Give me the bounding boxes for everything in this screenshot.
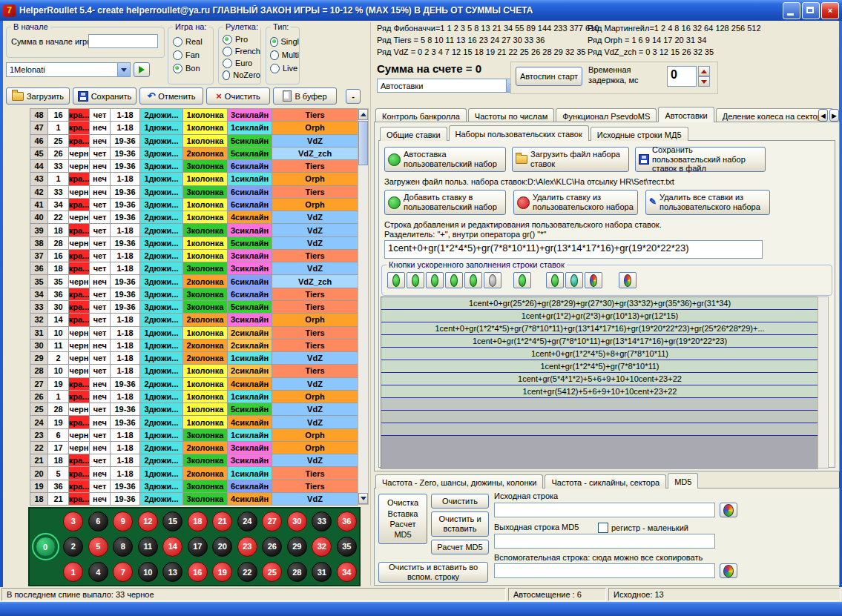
bet-list-item[interactable]: 1cent+gr(1*2)+gr(2*3)+gr(10*13)+gr(12*15… [381,310,818,322]
quick-bet-button[interactable] [407,272,424,288]
action-button[interactable]: Автоставка пользовательский набор [384,147,506,172]
board-number-22[interactable]: 22 [237,562,257,582]
board-number-15[interactable]: 15 [162,511,182,531]
quick-bet-button[interactable] [565,272,583,288]
md5-helper-input[interactable] [494,563,715,578]
board-number-5[interactable]: 5 [88,537,108,557]
history-row[interactable]: 3535черннеч19-363дюжи...2колонка6сиклайн… [30,275,358,288]
board-number-0[interactable]: 0 [36,537,56,557]
board-number-9[interactable]: 9 [113,511,133,531]
action-button[interactable]: ✎Удалить все ставки из пользовательского… [645,190,770,215]
history-row[interactable]: 4134кра...чет19-363дюжи...1колонка6сикла… [30,199,358,211]
register-checkbox[interactable] [598,523,608,533]
radio-singl[interactable]: Singl [270,35,299,48]
history-row[interactable]: 471кра...неч1-181дюжи...1колонка1сиклайн… [30,122,358,134]
history-row[interactable]: 3110чернчет1-181дюжи...1колонка2сиклайнT… [30,327,358,340]
close-button[interactable]: × [821,2,839,19]
quick-bet-button[interactable] [426,272,444,288]
bet-list-item[interactable]: 1cent+0+gr(25*26)+gr(28*29)+gr(27*30)+gr… [381,297,818,310]
history-row[interactable]: 4526чернчет19-363дюжи...2колонка5сиклайн… [30,148,358,160]
board-number-36[interactable]: 36 [337,511,357,531]
action-button[interactable]: Сохранить пользовательский набор ставок … [635,147,766,172]
profile-combo[interactable]: 1Melonati [6,62,131,77]
bet-list-item[interactable]: 1cent+gr(1*2*4*5)+gr(7*8*10*11) [381,360,818,373]
board-number-33[interactable]: 33 [312,511,332,531]
main-tab[interactable]: Автоставки [658,107,714,122]
history-scrollbar[interactable] [358,108,369,505]
board-number-28[interactable]: 28 [287,562,307,582]
tab-scroll-left-icon[interactable]: ◄ [818,109,828,122]
board-number-19[interactable]: 19 [212,562,232,582]
scroll-up-icon[interactable] [358,109,368,120]
history-row[interactable]: 205кра...неч1-181дюжи...2колонка1сиклайн… [30,467,358,480]
main-tab[interactable]: Контроль банкролла [375,108,467,122]
taskbar[interactable] [0,602,842,616]
scrollbar-thumb[interactable] [358,121,368,165]
radio-bon[interactable]: Bon [173,62,213,75]
board-number-26[interactable]: 26 [262,537,282,557]
bet-list-item[interactable]: 1cent+gr(5412)+5+6+9+10+10cent+23+22 [381,385,818,398]
quick-bet-button[interactable] [445,272,463,288]
start-sum-input[interactable] [88,34,158,48]
md5-clear-and-paste-button[interactable]: Очистить и вставить [431,511,489,537]
radio-french[interactable]: French [223,45,260,57]
history-row[interactable]: 3214кра...чет1-182дюжи...2колонка3сиклай… [30,314,358,326]
action-button[interactable]: Загрузить файл набора ставок [512,147,629,172]
history-row[interactable]: 4233черннеч19-363дюжи...3колонка6сиклайн… [30,186,358,199]
radio-pro[interactable]: Pro [223,33,260,45]
minimize-button[interactable] [783,2,800,19]
board-number-29[interactable]: 29 [287,537,307,557]
md5-helper-chip-button[interactable] [720,563,737,578]
quick-bet-button[interactable] [546,272,564,288]
board-number-18[interactable]: 18 [188,511,208,531]
main-tab[interactable]: Деление колеса на сектора [716,108,833,122]
board-number-27[interactable]: 27 [262,511,282,531]
toolbar-folder-button[interactable]: Загрузить [6,87,70,105]
action-button[interactable]: Добавить ставку в пользовательский набор [384,190,506,215]
history-row[interactable]: 1821кра...неч19-362дюжи...3колонка4сикла… [30,493,358,506]
history-row[interactable]: 2419кра...неч19-362дюжи...1колонка4сикла… [30,416,358,428]
board-number-1[interactable]: 1 [63,562,83,582]
bet-list-item[interactable]: 1cent+0+gr(1*2*4*5)+8+gr(7*8*10*11) [381,348,818,360]
radio-live[interactable]: Live [270,62,299,75]
radio-fan[interactable]: Fan [173,48,213,62]
history-row[interactable]: 2719кра...неч19-362дюжи...1колонка4сикла… [30,378,358,391]
history-row[interactable]: 3828чернчет19-363дюжи...1колонка5сиклайн… [30,237,358,250]
autospin-start-button[interactable]: Автоспин старт [516,67,582,86]
board-number-10[interactable]: 10 [138,562,158,582]
titlebar[interactable]: 7 HelperRoullet 5.4- create helperroulle… [0,0,842,21]
board-number-14[interactable]: 14 [162,537,182,557]
radio-real[interactable]: Real [173,35,213,48]
history-row[interactable]: 4022чернчет19-362дюжи...1колонка4сиклайн… [30,211,358,224]
bottom-tab[interactable]: Частота - сиклайны, сектора [545,474,666,489]
board-number-30[interactable]: 30 [287,511,307,531]
board-number-21[interactable]: 21 [212,511,232,531]
history-row[interactable]: 2217черннеч1-182дюжи...2колонка3сиклайнO… [30,442,358,454]
bottom-tab[interactable]: MD5 [668,473,698,489]
history-row[interactable]: 3436кра...чет19-363дюжи...3колонка6сикла… [30,288,358,301]
board-number-31[interactable]: 31 [312,562,332,582]
history-row[interactable]: 3618кра...чет1-182дюжи...3колонка3сиклай… [30,262,358,275]
mode-combo[interactable]: Автоставки [377,79,519,93]
history-row[interactable]: 1936кра...чет19-363дюжи...3колонка6сикла… [30,480,358,493]
quick-bet-button[interactable] [585,272,602,288]
quick-bet-button[interactable] [484,272,501,288]
history-row[interactable]: 3330кра...чет19-363дюжи...3колонка5сикла… [30,301,358,314]
history-row[interactable]: 4816кра...чет1-182дюжи...1колонка3сиклай… [30,109,358,122]
clear-paste-helper-button[interactable]: Очистить и вставить во вспом. строку [378,562,488,583]
board-number-17[interactable]: 17 [188,537,208,557]
bet-list[interactable]: 1cent+0+gr(25*26)+gr(28*29)+gr(27*30)+gr… [381,297,818,469]
board-number-11[interactable]: 11 [138,537,158,557]
board-number-35[interactable]: 35 [337,537,357,557]
history-row[interactable]: 4625кра...неч19-363дюжи...1колонка5сикла… [30,135,358,148]
collapse-button[interactable]: - [346,89,361,104]
history-row[interactable]: 3011черннеч1-181дюжи...2колонка2сиклайнT… [30,340,358,352]
spin-up-icon[interactable] [698,66,710,76]
toolbar-clear-button[interactable]: ×Очистить [206,87,270,105]
toolbar-clipboard-button[interactable]: В буфер [273,87,337,105]
md5-output-input[interactable] [494,534,715,549]
history-row[interactable]: 3716кра...чет1-182дюжи...1колонка3сиклай… [30,250,358,262]
md5-clear-button[interactable]: Очистить [431,494,489,509]
board-number-6[interactable]: 6 [88,511,108,531]
spin-down-icon[interactable] [698,76,710,87]
